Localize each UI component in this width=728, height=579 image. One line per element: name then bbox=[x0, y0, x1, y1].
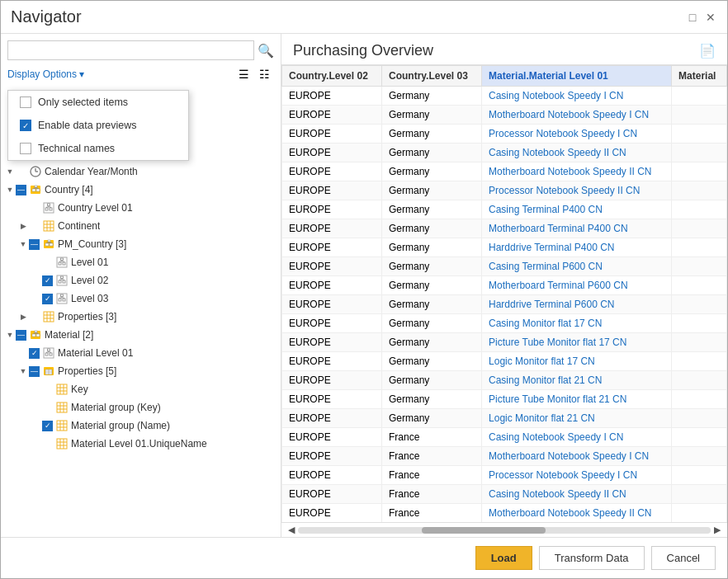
table-container[interactable]: Country.Level 02Country.Level 03Material… bbox=[281, 64, 727, 522]
table-column-header: Material.Material Level 01 bbox=[482, 66, 672, 87]
table-cell: Germany bbox=[382, 144, 482, 162]
tree-item[interactable]: ▶Continent bbox=[1, 217, 281, 235]
transform-data-button[interactable]: Transform Data bbox=[539, 546, 645, 570]
close-button[interactable]: ✕ bbox=[704, 11, 717, 24]
tree-expand-icon[interactable] bbox=[31, 438, 42, 450]
tree-expand-icon[interactable] bbox=[31, 420, 42, 431]
tree-node-icon bbox=[42, 310, 55, 323]
tree-checkbox[interactable]: ✓ bbox=[42, 421, 53, 431]
preview-title: Purchasing Overview bbox=[293, 42, 433, 59]
tree-expand-icon[interactable] bbox=[17, 202, 29, 214]
tree-item[interactable]: Country Level 01 bbox=[1, 199, 281, 217]
tree-checkbox[interactable]: — bbox=[16, 330, 26, 341]
tree-item[interactable]: ▼—Properties [5] bbox=[1, 362, 281, 380]
tree-node-label: Continent bbox=[58, 220, 100, 232]
table-cell: Germany bbox=[382, 276, 482, 295]
scroll-right-button[interactable]: ▶ bbox=[714, 525, 721, 535]
tree-checkbox[interactable]: ✓ bbox=[42, 294, 53, 304]
tree-item[interactable]: Material Level 01.UniqueName bbox=[1, 435, 281, 453]
tree-expand-icon[interactable]: ▼ bbox=[4, 184, 16, 195]
tree-item[interactable]: ▼—Country [4] bbox=[1, 181, 281, 199]
tree-node-icon bbox=[42, 365, 55, 378]
tree-item[interactable]: ✓Material Level 01 bbox=[1, 344, 281, 362]
svg-rect-56 bbox=[61, 276, 64, 279]
tree-checkbox[interactable]: — bbox=[29, 239, 40, 250]
tree-item[interactable]: Key bbox=[1, 380, 281, 398]
display-options-button[interactable]: Display Options ▾ bbox=[7, 68, 84, 80]
only-selected-items-label: Only selected items bbox=[38, 96, 128, 108]
tree-node-label: PM_Country [3] bbox=[58, 238, 126, 250]
cancel-button[interactable]: Cancel bbox=[651, 546, 716, 570]
table-cell bbox=[672, 447, 727, 466]
tree-expand-icon[interactable] bbox=[17, 347, 29, 359]
table-cell: EUROPE bbox=[282, 466, 382, 485]
svg-rect-71 bbox=[32, 334, 35, 337]
tree-node-label: Properties [3] bbox=[58, 311, 116, 322]
minimize-button[interactable]: □ bbox=[686, 11, 699, 24]
table-cell: Processor Notebook Speedy II CN bbox=[482, 181, 672, 200]
table-cell: Processor Notebook Speedy I CN bbox=[482, 466, 672, 485]
table-cell bbox=[672, 295, 727, 314]
search-button[interactable]: 🔍 bbox=[258, 40, 274, 60]
tree-item[interactable]: ✓Level 02 bbox=[1, 271, 281, 290]
tree-expand-icon[interactable] bbox=[31, 384, 42, 395]
svg-rect-42 bbox=[59, 262, 61, 265]
scroll-thumb bbox=[422, 527, 546, 534]
svg-rect-79 bbox=[45, 353, 48, 355]
tree-node-icon bbox=[42, 346, 55, 360]
tree-item[interactable]: ✓Material group (Name) bbox=[1, 417, 281, 435]
horizontal-scroll[interactable]: ◀ ▶ bbox=[281, 522, 727, 537]
table-cell: Germany bbox=[382, 125, 482, 144]
table-row: EUROPEFranceCasing Notebook Speedy I CN bbox=[282, 428, 727, 447]
tree-item[interactable]: Material group (Key) bbox=[1, 398, 281, 417]
view-table-button[interactable]: ☰ bbox=[234, 65, 253, 83]
tree-node-label: Properties [5] bbox=[58, 365, 116, 377]
tree-expand-icon[interactable]: ▼ bbox=[17, 365, 29, 377]
enable-data-previews-option[interactable]: ✓ Enable data previews bbox=[8, 114, 188, 137]
table-cell: EUROPE bbox=[282, 295, 382, 314]
tree-expand-icon[interactable] bbox=[31, 257, 42, 268]
tree-expand-icon[interactable]: ▼ bbox=[17, 238, 29, 250]
tree-item[interactable]: ▼—PM_Country [3] bbox=[1, 235, 281, 253]
scroll-left-button[interactable]: ◀ bbox=[288, 525, 295, 535]
table-row: EUROPEGermanyCasing Monitor flat 17 CN bbox=[282, 314, 727, 333]
view-grid-button[interactable]: ☷ bbox=[255, 65, 274, 83]
tree-expand-icon[interactable] bbox=[31, 293, 42, 304]
tree-checkbox[interactable]: — bbox=[16, 185, 26, 195]
display-options-label: Display Options bbox=[7, 68, 77, 80]
tree-checkbox[interactable]: ✓ bbox=[42, 275, 53, 286]
table-cell bbox=[672, 314, 727, 333]
preview-icon: 📄 bbox=[699, 43, 716, 59]
tree-item[interactable]: ▶Properties [3] bbox=[1, 308, 281, 326]
tree-item[interactable]: ▼—Material [2] bbox=[1, 326, 281, 344]
table-cell: Germany bbox=[382, 219, 482, 238]
tree-expand-icon[interactable]: ▶ bbox=[17, 311, 29, 322]
tree-item[interactable]: ✓Level 03 bbox=[1, 290, 281, 308]
technical-names-option[interactable]: Technical names bbox=[8, 137, 188, 160]
tree-expand-icon[interactable]: ▼ bbox=[4, 329, 16, 341]
table-cell: Motherboard Terminal P600 CN bbox=[482, 276, 672, 295]
load-button[interactable]: Load bbox=[475, 546, 532, 570]
only-selected-items-option[interactable]: Only selected items bbox=[8, 91, 188, 114]
svg-rect-48 bbox=[61, 258, 64, 261]
main-content: 🔍 Display Options ▾ ☰ ☷ Only selected it… bbox=[1, 34, 727, 537]
tree-expand-icon[interactable] bbox=[31, 275, 42, 286]
svg-rect-14 bbox=[36, 189, 40, 191]
svg-rect-34 bbox=[45, 243, 49, 246]
tree-expand-icon[interactable] bbox=[31, 402, 42, 413]
tree-item[interactable]: Level 01 bbox=[1, 253, 281, 271]
tree-item[interactable]: ▼Calendar Year/Month bbox=[1, 162, 281, 181]
svg-rect-58 bbox=[59, 299, 61, 301]
tree-checkbox[interactable]: — bbox=[29, 366, 40, 377]
tree-expand-icon[interactable]: ▶ bbox=[17, 220, 29, 232]
table-cell: Germany bbox=[382, 409, 482, 428]
tree-node-icon bbox=[55, 437, 69, 450]
table-cell: Germany bbox=[382, 295, 482, 314]
tree-checkbox[interactable]: ✓ bbox=[29, 348, 40, 359]
svg-rect-101 bbox=[57, 421, 67, 431]
table-cell: France bbox=[382, 447, 482, 466]
tree-expand-icon[interactable]: ▼ bbox=[4, 166, 16, 177]
search-input[interactable] bbox=[7, 40, 254, 60]
table-cell bbox=[672, 466, 727, 485]
table-cell: Germany bbox=[382, 106, 482, 125]
